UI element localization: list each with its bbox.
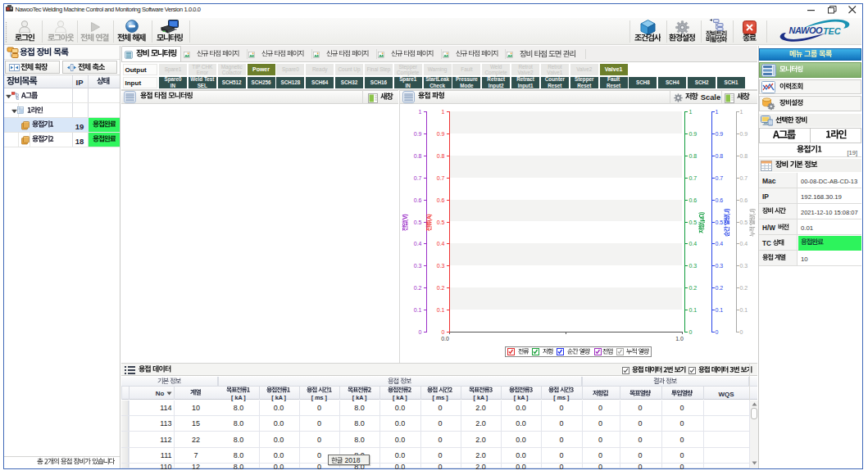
svg-text:NAWOO: NAWOO (789, 25, 824, 35)
svg-text:TEC: TEC (823, 26, 842, 36)
